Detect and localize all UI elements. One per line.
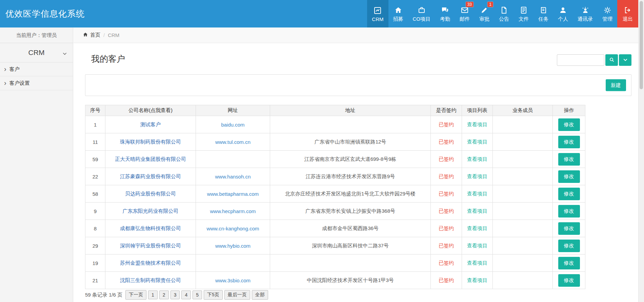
search-icon xyxy=(609,57,615,63)
cell-seq: 59 xyxy=(85,151,105,168)
edit-button[interactable]: 修改 xyxy=(558,274,580,287)
cell-signed: 已签约 xyxy=(431,254,462,272)
cell-website xyxy=(196,254,270,272)
search-bar xyxy=(557,54,631,66)
nav-item-mail[interactable]: 33 邮件 xyxy=(455,0,475,27)
edit-button[interactable]: 修改 xyxy=(558,240,580,252)
cell-members xyxy=(493,237,553,254)
nav-item-crm[interactable]: CRM xyxy=(367,0,388,27)
view-project-link[interactable]: 查看项目 xyxy=(467,243,487,248)
view-project-link[interactable]: 查看项目 xyxy=(467,225,487,231)
breadcrumb-current: CRM xyxy=(108,32,119,38)
breadcrumb-home-label: 首页 xyxy=(90,32,100,38)
edit-button[interactable]: 修改 xyxy=(558,153,580,166)
cell-website: www.hybio.com xyxy=(196,237,270,254)
view-project-link[interactable]: 查看项目 xyxy=(467,208,487,214)
nav-item-logout[interactable]: 退出 xyxy=(617,0,638,27)
page-number-button[interactable]: 4 xyxy=(181,290,191,299)
new-customer-button[interactable]: 新建 xyxy=(606,79,626,91)
edit-button[interactable]: 修改 xyxy=(558,257,580,269)
nav-item-announcement[interactable]: 公告 xyxy=(494,0,514,27)
view-project-link[interactable]: 查看项目 xyxy=(467,173,487,179)
cell-address: 成都市金牛区蜀西路36号 xyxy=(270,220,431,237)
signed-status: 已签约 xyxy=(439,225,454,231)
cell-address: 深圳市南山高新区科技中二路37号 xyxy=(270,237,431,254)
company-link[interactable]: 珠海联邦制药股份有限公司 xyxy=(120,139,181,145)
company-link[interactable]: 正大天晴药业集团股份有限公司 xyxy=(115,156,186,162)
nav-item-co-project[interactable]: CO项目 xyxy=(408,0,436,27)
cell-actions: 修改 xyxy=(553,203,585,220)
page-number-button[interactable]: 1 xyxy=(148,290,158,299)
table-row: 29 深圳翰宇药业股份有限公司 www.hybio.com 深圳市南山高新区科技… xyxy=(85,237,585,254)
search-options-dropdown-button[interactable] xyxy=(619,54,631,66)
sidebar-item-customers[interactable]: › 客户 xyxy=(0,62,73,76)
company-link[interactable]: 沈阳三生制药有限责任公司 xyxy=(120,277,181,283)
view-project-link[interactable]: 查看项目 xyxy=(467,139,487,145)
logout-icon xyxy=(624,5,632,14)
website-link[interactable]: baidu.com xyxy=(221,122,244,128)
page-all-button[interactable]: 全部 xyxy=(252,290,268,300)
nav-item-contacts[interactable]: 通讯录 xyxy=(573,0,598,27)
website-link[interactable]: www.3sbio.com xyxy=(215,278,250,283)
edit-button[interactable]: 修改 xyxy=(558,205,580,218)
company-link[interactable]: 测试客户 xyxy=(140,121,161,127)
cell-signed: 已签约 xyxy=(431,185,462,203)
view-project-link[interactable]: 查看项目 xyxy=(467,156,487,162)
nav-item-files[interactable]: 文件 xyxy=(514,0,534,27)
edit-button[interactable]: 修改 xyxy=(558,170,580,183)
edit-button[interactable]: 修改 xyxy=(558,118,580,131)
company-link[interactable]: 贝达药业股份有限公司 xyxy=(125,191,176,196)
scrollbar-thumb[interactable] xyxy=(640,1,643,89)
module-title: CRM xyxy=(28,49,45,57)
page-number-button[interactable]: 2 xyxy=(159,290,169,299)
search-input[interactable] xyxy=(557,54,604,66)
cell-projects: 查看项目 xyxy=(462,272,493,289)
nav-label: 个人 xyxy=(558,16,568,22)
col-header-website: 网址 xyxy=(196,105,270,116)
nav-item-approval[interactable]: 1 审批 xyxy=(475,0,494,27)
cell-actions: 修改 xyxy=(553,133,585,151)
website-link[interactable]: www.cn-kanghong.com xyxy=(206,226,259,231)
page-number-button[interactable]: 5 xyxy=(193,290,202,299)
view-project-link[interactable]: 查看项目 xyxy=(467,260,487,266)
vertical-scrollbar[interactable] xyxy=(638,0,644,302)
company-link[interactable]: 成都康弘生物科技有限公司 xyxy=(120,225,181,231)
view-project-link[interactable]: 查看项目 xyxy=(467,191,487,196)
cell-address: 广东省东莞市长安镇上沙振安中路368号 xyxy=(270,203,431,220)
view-project-link[interactable]: 查看项目 xyxy=(467,277,487,283)
search-button[interactable] xyxy=(605,54,618,66)
chevron-down-icon xyxy=(62,50,67,58)
page-next5-button[interactable]: 下5页 xyxy=(204,290,223,300)
sidebar-module-header[interactable]: CRM xyxy=(0,43,73,62)
cell-signed: 已签约 xyxy=(431,168,462,185)
company-link[interactable]: 苏州金盟生物技术有限公司 xyxy=(120,260,181,266)
edit-button[interactable]: 修改 xyxy=(558,188,580,200)
sidebar-item-customer-settings[interactable]: › 客户设置 xyxy=(0,76,73,90)
view-project-link[interactable]: 查看项目 xyxy=(467,121,487,127)
page-last-button[interactable]: 最后一页 xyxy=(224,290,250,300)
nav-item-admin[interactable]: 管理 xyxy=(598,0,617,27)
edit-button[interactable]: 修改 xyxy=(558,222,580,235)
breadcrumb-home-link[interactable]: 首页 xyxy=(83,32,100,38)
company-link[interactable]: 广东东阳光药业有限公司 xyxy=(123,208,179,214)
nav-label: 考勤 xyxy=(440,16,450,22)
nav-item-personal[interactable]: 个人 xyxy=(553,0,573,27)
edit-button[interactable]: 修改 xyxy=(558,136,580,148)
nav-item-recruit[interactable]: 招募 xyxy=(388,0,408,27)
company-link[interactable]: 深圳翰宇药业股份有限公司 xyxy=(120,243,181,248)
website-link[interactable]: www.tul.com.cn xyxy=(215,139,250,145)
briefcase-icon xyxy=(418,5,426,14)
page-next-button[interactable]: 下一页 xyxy=(125,290,146,300)
website-link[interactable]: www.hansoh.cn xyxy=(215,174,250,180)
announcement-icon xyxy=(500,5,508,14)
nav-item-tasks[interactable]: 任务 xyxy=(534,0,553,27)
company-link[interactable]: 江苏豪森药业股份有限公司 xyxy=(120,173,181,179)
website-link[interactable]: www.bettapharma.com xyxy=(207,191,259,197)
website-link[interactable]: www.hybio.com xyxy=(215,243,250,249)
page-number-button[interactable]: 3 xyxy=(170,290,180,299)
cell-members xyxy=(493,168,553,185)
contacts-icon xyxy=(581,5,589,14)
website-link[interactable]: www.hecpharm.com xyxy=(210,208,256,214)
nav-label: 管理 xyxy=(602,16,612,22)
nav-item-attendance[interactable]: 考勤 xyxy=(435,0,455,27)
